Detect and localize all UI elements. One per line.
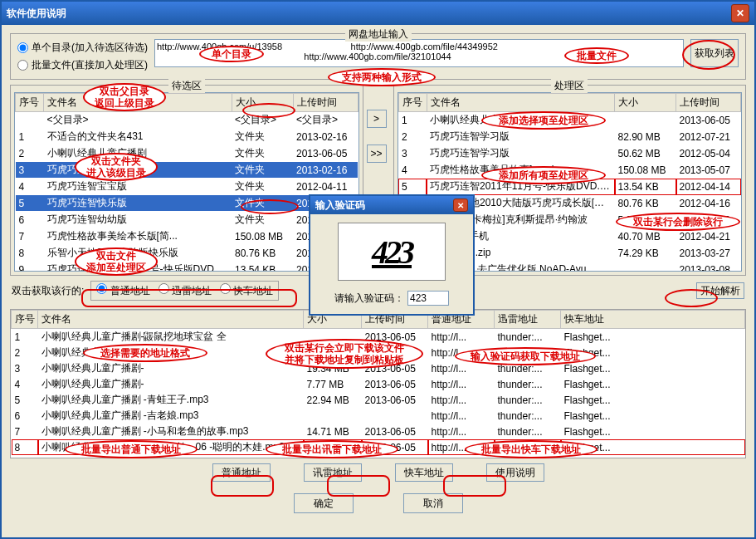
table-row[interactable]: 5巧虎巧连智2011年11月号-快乐版DVD.to...13.54 KB2012… xyxy=(398,179,741,195)
window-title: 软件使用说明 xyxy=(7,7,731,21)
export-thunder-button[interactable]: 讯雷地址 xyxy=(304,463,362,482)
table-row[interactable]: 4巧虎巧连智宝宝版文件夹2012-04-11 xyxy=(16,179,358,195)
table-row[interactable]: 4巧虎性格故事美品故事].rmvb150.08 MB2013-05-07 xyxy=(398,162,741,179)
col-idx[interactable]: 序号 xyxy=(398,94,427,112)
result-list[interactable]: 序号 文件名 大小 上传时间 普通地址 迅雷地址 快车地址 1小喇叭经典儿童广播… xyxy=(10,309,746,458)
col-name[interactable]: 文件名 xyxy=(427,94,615,112)
col-idx[interactable]: 序号 xyxy=(16,94,44,112)
url-textarea[interactable]: http://www.400gb.com/u/13958 http://www.… xyxy=(154,39,684,67)
table-row[interactable]: 5巧虎巧连智快乐版文件夹2013-02-16 xyxy=(16,195,358,212)
captcha-close-button[interactable]: ✕ xyxy=(453,198,468,212)
table-row[interactable]: 1小喇叭经典儿童广播剧-鼹鼠挖地球宝盆 全2013-06-05http://l.… xyxy=(12,329,745,345)
captcha-image: 423 xyxy=(338,223,446,281)
close-button[interactable]: ✕ xyxy=(731,4,749,22)
export-flash-button[interactable]: 快车地址 xyxy=(395,463,453,482)
table-row[interactable]: 8小喇叭经典儿童广播剧 -果园姐妹 - 06 -聪明的木娃.mp317.39 M… xyxy=(12,439,745,455)
col-name[interactable]: 文件名 xyxy=(44,94,232,112)
table-row[interactable]: 3巧虎巧连智学习版文件夹2013-02-16 xyxy=(16,162,358,179)
radio-batch-files[interactable]: 批量文件(直接加入处理区) xyxy=(17,58,148,72)
ok-button[interactable]: 确定 xyxy=(294,493,354,513)
table-row[interactable]: 7巧虎性格故事美绘本长版[简...150.08 MB2013-05-07 xyxy=(16,228,358,245)
table-row[interactable]: 3小喇叭经典儿童广播剧-19.34 MB2013-06-05http://l..… xyxy=(12,360,745,376)
captcha-title: 输入验证码 xyxy=(315,198,453,213)
opt-flash[interactable]: 快车地址 xyxy=(220,283,273,298)
table-row[interactable]: 5小喇叭经典儿童广播剧 -青蛙王子.mp322.94 MB2013-06-05h… xyxy=(12,392,745,408)
table-row[interactable]: 6小喇叭经典儿童广播剧 -吉老娘.mp3http://l...thunder:.… xyxy=(12,408,745,424)
cancel-button[interactable]: 取消 xyxy=(403,493,463,513)
table-row[interactable]: 8乐智小天地2010大陆版快乐版80.76 KB2013-02-16 xyxy=(16,245,358,262)
radio-single-dir[interactable]: 单个目录(加入待选区待选) xyxy=(17,41,148,55)
table-row[interactable]: 2巧虎巧连智学习版82.90 MB2012-07-21 xyxy=(398,129,741,145)
get-list-button[interactable]: 获取列表 xyxy=(690,39,739,67)
col-time[interactable]: 上传时间 xyxy=(676,94,741,112)
table-row[interactable]: 2小喇叭经典儿童广播剧文件夹2013-06-05 xyxy=(16,145,358,162)
pending-legend: 待选区 xyxy=(168,79,205,93)
table-row[interactable]: 3巧虎巧连智学习版50.62 MB2012-05-04 xyxy=(398,145,741,162)
table-row[interactable]: <父目录><父目录><父目录> xyxy=(16,112,358,129)
url-input-group: 网盘地址输入 单个目录(加入待选区待选) 批量文件(直接加入处理区) http:… xyxy=(10,33,746,80)
col-time[interactable]: 上传时间 xyxy=(293,94,358,112)
opt-normal[interactable]: 普通地址 xyxy=(96,283,149,298)
addr-type-label: 双击获取该行的: xyxy=(12,284,84,298)
move-all-button[interactable]: >> xyxy=(367,145,387,163)
titlebar: 软件使用说明 ✕ xyxy=(2,2,754,25)
table-row[interactable]: 6巧虎巧连智幼幼版文件夹2012-04-11 xyxy=(16,212,358,228)
table-row[interactable]: 7小喇叭经典儿童广播剧 -小马和老鱼的故事.mp314.71 MB2013-06… xyxy=(12,424,745,439)
addr-type-options: 普通地址 迅雷地址 快车地址 xyxy=(90,281,279,301)
help-button[interactable]: 使用说明 xyxy=(486,463,544,482)
url-legend: 网盘地址输入 xyxy=(345,27,412,42)
parse-button[interactable]: 开始解析 xyxy=(696,282,744,299)
table-row[interactable]: 2小喇叭经典儿童广播剧-17.91 MB2013-06-05http://l..… xyxy=(12,345,745,360)
export-normal-button[interactable]: 普通地址 xyxy=(212,463,271,482)
table-row[interactable]: 1不适合的文件夹名431文件夹2013-02-16 xyxy=(16,129,358,145)
table-row[interactable]: 1小喇叭经典儿童广播剧2013-06-05 xyxy=(398,112,741,129)
move-one-button[interactable]: > xyxy=(367,110,387,128)
table-row[interactable]: 9巧虎巧连智2011年11月号-快乐版DVD.to...13.54 KB2012… xyxy=(16,262,358,272)
captcha-dialog: 输入验证码 ✕ 423 请输入验证码： xyxy=(309,194,475,316)
table-row[interactable]: 4小喇叭经典儿童广播剧-7.77 MB2013-06-05http://l...… xyxy=(12,376,745,392)
captcha-label: 请输入验证码： xyxy=(334,292,404,306)
col-size[interactable]: 大小 xyxy=(232,94,293,112)
col-size[interactable]: 大小 xyxy=(615,94,676,112)
opt-thunder[interactable]: 迅雷地址 xyxy=(159,283,212,298)
captcha-input[interactable] xyxy=(407,291,449,306)
pending-list[interactable]: 序号 文件名 大小 上传时间 <父目录><父目录><父目录>1不适合的文件夹名4… xyxy=(14,92,359,272)
process-legend: 处理区 xyxy=(551,79,588,93)
